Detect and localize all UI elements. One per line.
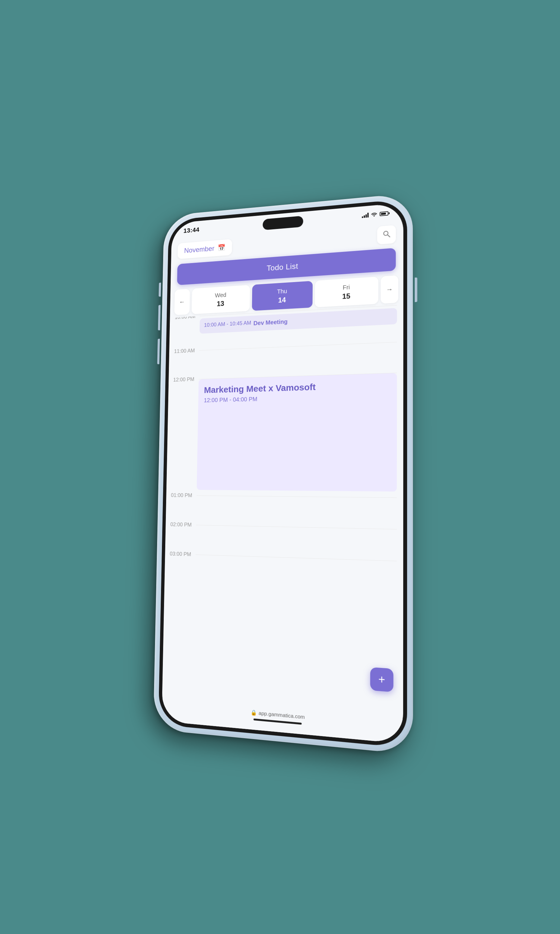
day-num-thu: 14 <box>278 296 286 304</box>
wifi-icon <box>371 211 377 218</box>
day-fri[interactable]: Fri 15 <box>315 277 378 307</box>
time-area-1pm <box>196 495 397 529</box>
time-row-12pm: 12:00 PM Marketing Meet x Vamosoft 12:00… <box>166 373 403 498</box>
plus-icon: + <box>378 674 385 686</box>
day-thu-active[interactable]: Thu 14 <box>252 281 313 311</box>
day-num-fri: 15 <box>342 292 350 301</box>
search-icon <box>382 230 391 240</box>
dev-meeting-time: 10:00 AM - 10:45 AM <box>204 320 251 328</box>
url-text: app.gammatica.com <box>258 710 305 720</box>
marketing-meet-event[interactable]: Marketing Meet x Vamosoft 12:00 PM - 04:… <box>197 373 397 492</box>
volume-up-button <box>158 305 160 330</box>
phone-mockup: 13:44 <box>153 193 413 755</box>
day-name-thu: Thu <box>277 288 287 295</box>
month-selector[interactable]: November 📅 <box>177 239 232 259</box>
svg-line-1 <box>388 234 390 237</box>
dev-meeting-title: Dev Meeting <box>253 318 288 327</box>
time-label-11am: 11:00 AM <box>169 348 199 355</box>
prev-day-button[interactable]: ← <box>174 289 190 315</box>
time-area-3pm <box>195 555 397 593</box>
time-row-1pm: 01:00 PM <box>166 495 403 529</box>
day-wed[interactable]: Wed 13 <box>191 285 250 314</box>
timeline: 10:00 AM 10:00 AM - 10:45 AM Dev Meeting <box>162 305 403 719</box>
calendar-icon: 📅 <box>217 244 225 251</box>
power-button <box>415 277 417 302</box>
time-label-3pm: 03:00 PM <box>165 550 195 558</box>
time-area-12pm: Marketing Meet x Vamosoft 12:00 PM - 04:… <box>196 373 397 498</box>
time-label-1pm: 01:00 PM <box>166 492 197 499</box>
day-num-wed: 13 <box>217 299 224 308</box>
time-label-2pm: 02:00 PM <box>166 521 196 528</box>
todo-list-label: Todo List <box>266 262 298 273</box>
status-icons <box>362 210 389 219</box>
volume-down-button <box>157 339 160 364</box>
signal-bars-icon <box>362 213 368 218</box>
battery-icon <box>380 211 389 216</box>
phone-bezel: 13:44 <box>158 199 407 748</box>
status-time: 13:44 <box>183 226 199 235</box>
left-arrow-icon: ← <box>179 298 185 306</box>
day-name-wed: Wed <box>215 291 226 299</box>
time-label-12pm: 12:00 PM <box>169 376 199 383</box>
search-button[interactable] <box>377 225 395 245</box>
add-event-fab[interactable]: + <box>370 667 393 692</box>
month-label: November <box>184 244 214 254</box>
app-content: November 📅 Todo List <box>162 221 403 744</box>
mute-button <box>158 283 161 297</box>
next-day-button[interactable]: → <box>381 276 398 304</box>
phone-screen: 13:44 <box>162 203 403 744</box>
right-arrow-icon: → <box>386 285 393 294</box>
day-name-fri: Fri <box>343 284 350 291</box>
lock-icon: 🔒 <box>250 709 257 716</box>
